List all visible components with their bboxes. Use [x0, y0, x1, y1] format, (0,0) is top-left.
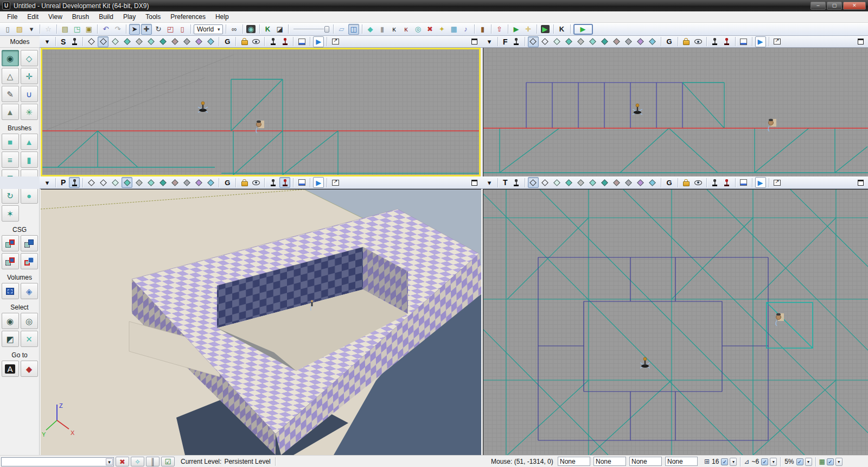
- csg-intersect-button[interactable]: [2, 253, 19, 269]
- blocking-volume-button[interactable]: [2, 283, 19, 299]
- show-flags-button[interactable]: [251, 177, 261, 188]
- viewmode-texture-density[interactable]: [611, 177, 622, 188]
- viewmode-unlit[interactable]: [552, 177, 563, 188]
- landscape-mode-button[interactable]: ▲: [2, 104, 19, 120]
- viewmode-texture-density[interactable]: [611, 36, 622, 47]
- realtime-playback-button[interactable]: ▶: [313, 36, 324, 47]
- drag-grid-dropdown[interactable]: ▾: [730, 458, 737, 466]
- status-field-4[interactable]: None: [665, 457, 698, 466]
- square-button[interactable]: [296, 36, 307, 47]
- status-field-1[interactable]: None: [558, 457, 590, 466]
- open-kismet-button[interactable]: K: [263, 24, 273, 35]
- viewmode-texture-density[interactable]: [169, 36, 180, 47]
- front-viewport[interactable]: [483, 48, 868, 176]
- black-joystick-button[interactable]: [267, 177, 278, 188]
- rotate-tool-button[interactable]: ↻: [153, 24, 164, 35]
- scale-snap-dropdown[interactable]: ▾: [805, 458, 812, 466]
- viewport-type-label[interactable]: T: [501, 178, 510, 187]
- volume-type-button[interactable]: ◈: [21, 283, 38, 299]
- viewmode-texel-density[interactable]: [647, 36, 658, 47]
- viewport-type-label[interactable]: P: [59, 178, 68, 187]
- viewmode-wireframe[interactable]: [86, 177, 97, 188]
- find-actors-button[interactable]: ∞: [229, 24, 240, 35]
- top-viewport[interactable]: [483, 189, 868, 455]
- menu-edit[interactable]: Edit: [22, 12, 43, 22]
- realtime-playback-button[interactable]: ▶: [313, 177, 324, 188]
- select-invert-button[interactable]: ◩: [2, 331, 19, 347]
- lock-viewport-button[interactable]: [239, 36, 250, 47]
- viewmode-lightmap-density[interactable]: [635, 177, 646, 188]
- pylon-actor-button[interactable]: ▮: [377, 24, 388, 35]
- texture-align-mode-button[interactable]: ✎: [2, 86, 19, 102]
- show-flags-button[interactable]: [251, 36, 261, 47]
- viewmode-light-complexity[interactable]: [599, 177, 610, 188]
- status-field-3[interactable]: None: [629, 457, 662, 466]
- viewport-options-dropdown[interactable]: ▾: [484, 177, 495, 188]
- path-display-button[interactable]: ║: [146, 457, 159, 466]
- viewmode-detail-lighting[interactable]: [133, 36, 144, 47]
- close-button[interactable]: ✕: [843, 2, 866, 10]
- csg-deintersect-button[interactable]: [21, 253, 38, 269]
- viewmode-lighting-only[interactable]: [145, 36, 156, 47]
- viewmode-unlit[interactable]: [110, 36, 120, 47]
- kismet-debug-button[interactable]: K: [557, 24, 567, 35]
- viewmode-lit[interactable]: [122, 177, 132, 188]
- texture-translate-mode-button[interactable]: ✛: [21, 68, 38, 84]
- select-show-eye-button[interactable]: ◉: [2, 313, 19, 329]
- viewport-type-label[interactable]: F: [501, 37, 510, 46]
- cone-brush-button[interactable]: ▲: [21, 134, 38, 150]
- goto-actor-button[interactable]: A: [2, 361, 19, 377]
- favorites-button[interactable]: ☆: [43, 24, 54, 35]
- viewmode-detail-lighting[interactable]: [133, 177, 144, 188]
- menu-help[interactable]: Help: [210, 12, 234, 22]
- game-view-button[interactable]: G: [664, 177, 675, 188]
- curve-tool-1-button[interactable]: κ: [389, 24, 400, 35]
- curve-tool-2-button[interactable]: κ: [401, 24, 412, 35]
- menu-play[interactable]: Play: [118, 12, 141, 22]
- mesh-paint-mode-button[interactable]: ∪: [21, 86, 38, 102]
- viewmode-brush-wireframe[interactable]: [98, 36, 108, 47]
- viewmode-lit[interactable]: [122, 36, 132, 47]
- viewmode-shader-complexity[interactable]: [623, 36, 634, 47]
- camera-speed-button[interactable]: [511, 177, 522, 188]
- remove-actor-button[interactable]: ✖: [425, 24, 436, 35]
- viewmode-shader-complexity[interactable]: [623, 177, 634, 188]
- play-in-viewport-button[interactable]: ▶: [540, 24, 551, 35]
- viewmode-light-complexity[interactable]: [157, 177, 168, 188]
- maximize-viewport-button[interactable]: [469, 177, 480, 188]
- sphere-brush-button[interactable]: ●: [21, 187, 38, 204]
- menu-tools[interactable]: Tools: [141, 12, 165, 22]
- viewmode-wireframe[interactable]: [528, 36, 539, 47]
- player-start-actor[interactable]: [640, 357, 650, 368]
- nonuniform-scale-tool-button[interactable]: ▯: [177, 24, 188, 35]
- autosave-dropdown[interactable]: ▾: [835, 458, 843, 466]
- square-button[interactable]: [738, 36, 749, 47]
- save-all-button[interactable]: ▣: [84, 24, 94, 35]
- float-viewport-button[interactable]: [772, 36, 783, 47]
- menu-file[interactable]: File: [2, 12, 22, 22]
- viewmode-lighting-only[interactable]: [588, 36, 598, 47]
- viewmode-lightmap-density[interactable]: [635, 36, 646, 47]
- open-matinee-button[interactable]: ◪: [275, 24, 285, 35]
- terrain-mode-button[interactable]: △: [2, 68, 19, 84]
- build-geometry-button[interactable]: ▮: [477, 24, 488, 35]
- csg-add-button[interactable]: [2, 235, 19, 251]
- select-tool-button[interactable]: ➤: [129, 24, 140, 35]
- drag-grid-checkbox[interactable]: ✓: [721, 458, 728, 465]
- black-joystick-button[interactable]: [710, 36, 720, 47]
- status-field-2[interactable]: None: [593, 457, 626, 466]
- menu-brush[interactable]: Brush: [67, 12, 94, 22]
- csg-subtract-button[interactable]: [21, 235, 38, 251]
- viewmode-texel-density[interactable]: [647, 177, 658, 188]
- play-level-button[interactable]: ▶: [573, 24, 593, 35]
- open-level-dropdown[interactable]: ▾: [26, 24, 37, 35]
- float-viewport-button[interactable]: [330, 36, 341, 47]
- viewmode-light-complexity[interactable]: [599, 36, 610, 47]
- undo-button[interactable]: ↶: [100, 24, 111, 35]
- select-clear-button[interactable]: ✕: [21, 331, 38, 347]
- viewport-options-dropdown[interactable]: ▾: [42, 177, 53, 188]
- realtime-playback-button[interactable]: ▶: [755, 36, 766, 47]
- viewmode-light-complexity[interactable]: [157, 36, 168, 47]
- red-joystick-button[interactable]: [279, 177, 290, 188]
- show-flags-button[interactable]: [693, 36, 704, 47]
